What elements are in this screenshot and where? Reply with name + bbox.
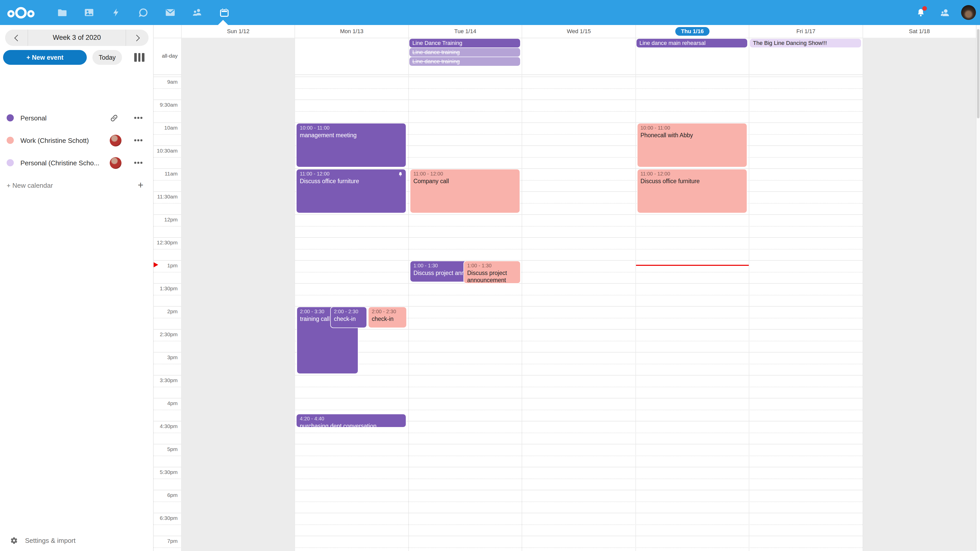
day-column: Wed 1/15 xyxy=(522,25,635,551)
calendar-list-item[interactable]: Personal xyxy=(0,106,153,129)
app-root: Week 3 of 2020 + New event Today Persona… xyxy=(0,0,980,551)
event-time: 11:00 - 12:00 xyxy=(414,170,517,177)
week-label[interactable]: Week 3 of 2020 xyxy=(27,30,126,46)
event[interactable]: 4:20 - 4:40purchasing dept conversation xyxy=(296,414,407,427)
calendar-owner-avatar xyxy=(110,157,121,168)
event-title: purchasing dept conversation xyxy=(300,422,403,427)
alarm-bell-icon xyxy=(398,171,404,177)
calendar-list-item[interactable]: Work (Christine Schott) xyxy=(0,129,153,151)
allday-event[interactable]: Line Dance Training xyxy=(409,39,520,48)
current-time-line xyxy=(636,265,749,266)
photos-icon[interactable] xyxy=(76,0,103,25)
event[interactable]: 11:00 - 12:00Discuss office furniture xyxy=(637,169,747,213)
new-calendar-label: + New calendar xyxy=(6,181,53,189)
scrollbar-thumb[interactable] xyxy=(977,29,980,118)
today-button[interactable]: Today xyxy=(92,50,122,65)
share-link-icon[interactable] xyxy=(106,110,121,125)
calendar-owner-avatar xyxy=(110,135,121,146)
time-axis-label: 6pm xyxy=(153,492,178,498)
calendar-list-item[interactable]: Personal (Christine Scho... xyxy=(0,151,153,174)
event-time: 4:20 - 4:40 xyxy=(300,415,403,422)
event[interactable]: 2:00 - 2:30check-in xyxy=(368,306,407,328)
time-axis-label: 9:30am xyxy=(153,101,178,107)
event-time: 10:00 - 11:00 xyxy=(640,124,743,131)
settings-import-button[interactable]: Settings & import xyxy=(0,533,153,548)
event-title: check-in xyxy=(372,315,403,322)
event-title: Discuss project announcement xyxy=(467,269,517,284)
event-time: 10:00 - 11:00 xyxy=(300,124,403,131)
allday-event[interactable]: The Big Line Dancing Show!!! xyxy=(750,39,861,48)
notification-dot xyxy=(922,6,927,11)
day-header: Wed 1/15 xyxy=(522,25,635,37)
calendar-color-dot xyxy=(6,159,14,166)
top-navbar xyxy=(0,0,980,25)
time-axis-label: 12:30pm xyxy=(153,239,178,245)
event-time: 11:00 - 12:00 xyxy=(300,170,403,177)
talk-icon[interactable] xyxy=(130,0,157,25)
event-time: 2:00 - 2:30 xyxy=(334,308,363,315)
plus-icon: + xyxy=(138,179,143,191)
event[interactable]: 11:00 - 12:00Discuss office furniture xyxy=(296,169,407,213)
new-calendar-button[interactable]: + New calendar+ xyxy=(0,174,153,197)
contacts-menu-icon[interactable] xyxy=(937,0,954,25)
app-menu xyxy=(0,0,238,25)
user-avatar[interactable] xyxy=(961,5,976,20)
day-header: Mon 1/13 xyxy=(295,25,408,37)
event-time: 11:00 - 12:00 xyxy=(640,170,743,177)
time-axis-label: 5pm xyxy=(153,446,178,452)
settings-import-label: Settings & import xyxy=(25,537,76,544)
day-column: Thu 1/16Line dance main rehearsal10:00 -… xyxy=(635,25,749,551)
event[interactable]: 10:00 - 11:00management meeting xyxy=(296,123,407,167)
new-event-button[interactable]: + New event xyxy=(3,50,87,65)
time-axis-label: 6:30pm xyxy=(153,514,178,521)
calendar-actions-menu[interactable] xyxy=(130,155,146,170)
allday-event[interactable]: Line dance training xyxy=(409,48,520,57)
allday-event[interactable]: Line dance training xyxy=(409,57,520,66)
calendar-actions-menu[interactable] xyxy=(130,133,146,148)
day-header: Sun 1/12 xyxy=(182,25,295,37)
calendar-name: Personal (Christine Scho... xyxy=(21,159,99,167)
event[interactable]: 1:00 - 1:30Discuss project announcement xyxy=(410,261,470,282)
next-week-button[interactable] xyxy=(126,30,148,46)
time-axis-label: 3pm xyxy=(153,354,178,360)
event[interactable]: 11:00 - 12:00Company call xyxy=(410,169,520,213)
calendar-name: Personal xyxy=(21,114,47,122)
previous-week-button[interactable] xyxy=(5,30,27,46)
mail-icon[interactable] xyxy=(157,0,184,25)
allday-event[interactable]: Line dance main rehearsal xyxy=(636,39,747,48)
notifications-bell-icon[interactable] xyxy=(912,0,929,25)
sidebar: Week 3 of 2020 + New event Today Persona… xyxy=(0,25,153,551)
gear-icon xyxy=(10,537,18,544)
view-switcher-icon[interactable] xyxy=(134,53,144,62)
sidebar-actions: + New event Today xyxy=(3,50,150,65)
time-axis-label: 11:30am xyxy=(153,193,178,199)
event-title: Discuss office furniture xyxy=(300,177,403,185)
event-title: Discuss project announcement xyxy=(414,269,466,276)
event-time: 1:00 - 1:30 xyxy=(414,262,466,269)
event[interactable]: 10:00 - 11:00Phonecall with Abby xyxy=(637,123,747,167)
calendar-actions-menu[interactable] xyxy=(130,110,146,125)
calendar-list: PersonalWork (Christine Schott)Personal … xyxy=(0,106,153,197)
time-axis-label: 4pm xyxy=(153,400,178,406)
files-icon[interactable] xyxy=(48,0,76,25)
day-column: Sat 1/18 xyxy=(862,25,976,551)
time-axis-label: 2:30pm xyxy=(153,331,178,337)
time-axis-label: 5:30pm xyxy=(153,468,178,475)
activity-icon[interactable] xyxy=(103,0,130,25)
time-axis-label: 7pm xyxy=(153,537,178,544)
nextcloud-logo[interactable] xyxy=(6,6,35,19)
contacts-icon[interactable] xyxy=(184,0,211,25)
calendar-color-dot xyxy=(6,137,14,144)
time-axis-label: 2pm xyxy=(153,308,178,314)
day-column: Tue 1/14Line Dance TrainingLine dance tr… xyxy=(408,25,522,551)
day-column: Fri 1/17The Big Line Dancing Show!!! xyxy=(749,25,862,551)
time-axis-label: 11am xyxy=(153,170,178,176)
day-header: Sat 1/18 xyxy=(863,25,976,37)
day-header: Thu 1/16 xyxy=(636,25,749,37)
event[interactable]: 2:00 - 2:30check-in xyxy=(330,306,367,328)
event[interactable]: 1:00 - 1:30Discuss project announcement xyxy=(463,261,520,284)
vertical-scrollbar[interactable] xyxy=(976,25,980,551)
current-time-marker xyxy=(154,262,158,267)
event-title: Discuss office furniture xyxy=(640,177,743,185)
week-navigation: Week 3 of 2020 xyxy=(5,30,148,46)
